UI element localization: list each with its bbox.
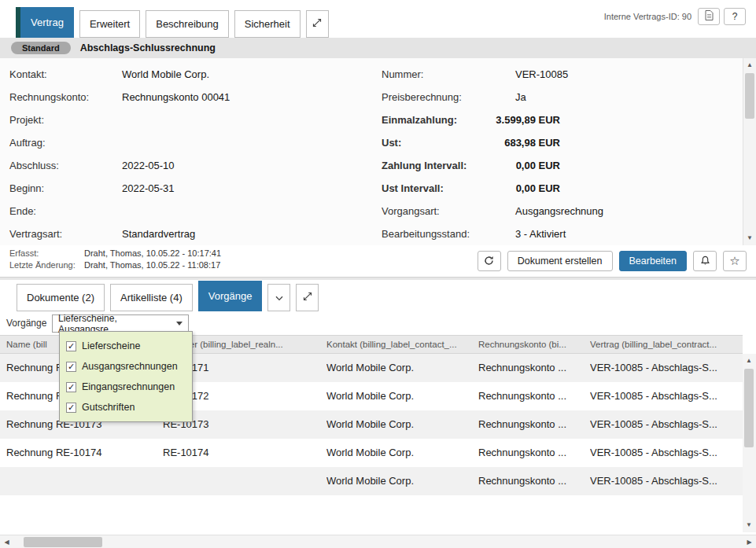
field-value: 3.599,89 EUR bbox=[496, 114, 560, 126]
field-label: Auftrag: bbox=[9, 137, 46, 149]
notification-bell-button[interactable] bbox=[693, 251, 717, 271]
dropdown-option-gutschriften[interactable]: ✓ Gutschriften bbox=[60, 397, 192, 417]
tab-erweitert[interactable]: Erweitert bbox=[79, 10, 140, 38]
cell-vertrag-link[interactable]: VER-10085 - Abschlags-S... bbox=[590, 382, 739, 410]
tab-artikelliste[interactable]: Artikelliste (4) bbox=[110, 284, 193, 311]
field-ende: Ende: bbox=[9, 201, 356, 224]
column-header-rechnungskonto[interactable]: Rechnungskonto (bi... bbox=[478, 336, 585, 353]
field-value: 0,00 EUR bbox=[516, 182, 560, 194]
tab-beschreibung[interactable]: Beschreibung bbox=[146, 10, 229, 38]
modified-row: Letzte Änderung:Draht, Thomas, 10.05.22 … bbox=[9, 260, 221, 272]
cell-kontakt-link[interactable]: World Mobile Corp. bbox=[326, 410, 472, 439]
record-actions: Dokument erstellen Bearbeiten ☆ bbox=[478, 251, 747, 271]
rechnungskonto-link[interactable]: Rechnungskonto 00041 bbox=[122, 91, 230, 103]
document-icon bbox=[705, 10, 714, 23]
dropdown-option-ausgangsrechnungen[interactable]: ✓ Ausgangsrechnungen bbox=[60, 356, 192, 377]
scroll-down-arrow[interactable]: ▼ bbox=[743, 232, 756, 245]
cell-vertrag-link[interactable]: VER-10085 - Abschlags-S... bbox=[590, 410, 739, 439]
field-label: Beginn: bbox=[9, 182, 44, 194]
field-kontakt: Kontakt: World Mobile Corp. bbox=[9, 64, 356, 87]
field-value: Ja bbox=[515, 91, 526, 103]
table-row[interactable]: World Mobile Corp. Rechnungskonto ... VE… bbox=[0, 467, 743, 495]
chevron-down-icon bbox=[275, 285, 283, 311]
scroll-up-arrow[interactable]: ▲ bbox=[743, 59, 756, 72]
field-value: 3 - Aktiviert bbox=[515, 228, 566, 240]
vorgaenge-type-select[interactable]: Lieferscheine, Ausgangsre... bbox=[52, 314, 189, 333]
tab-sicherheit[interactable]: Sicherheit bbox=[234, 10, 301, 38]
help-button[interactable]: ? bbox=[724, 8, 746, 25]
scroll-left-arrow[interactable]: ◀ bbox=[0, 535, 13, 548]
field-label: Einmalzahlung: bbox=[382, 114, 457, 126]
cell-vertrag-link[interactable]: VER-10085 - Abschlags-S... bbox=[590, 439, 739, 467]
create-document-button[interactable]: Dokument erstellen bbox=[507, 251, 613, 271]
more-tabs-button[interactable] bbox=[267, 284, 290, 311]
cell-vertrag-link[interactable]: VER-10085 - Abschlags-S... bbox=[590, 467, 739, 495]
dropdown-option-eingangsrechnungen[interactable]: ✓ Eingangsrechnungen bbox=[60, 377, 192, 397]
header-tabbar: Vertrag Erweitert Beschreibung Sicherhei… bbox=[0, 0, 756, 38]
cell-rechnungskonto-link[interactable]: Rechnungskonto ... bbox=[478, 467, 585, 495]
field-value: 2022-05-31 bbox=[122, 182, 175, 194]
field-ust-intervall: Ust Intervall: 0,00 EUR bbox=[382, 178, 739, 201]
internal-contract-id-label: Interne Vertrags-ID: 90 bbox=[604, 12, 691, 21]
edit-button[interactable]: Bearbeiten bbox=[619, 251, 687, 271]
form-scrollbar[interactable]: ▲ ▼ bbox=[743, 58, 756, 245]
checkbox-checked-icon[interactable]: ✓ bbox=[66, 362, 76, 372]
horizontal-scrollbar[interactable]: ◀ ▶ bbox=[0, 535, 756, 548]
column-header-vertrag[interactable]: Vertrag (billing_label_contract... bbox=[590, 336, 739, 353]
filter-dropdown-menu: ✓ Lieferscheine ✓ Ausgangsrechnungen ✓ E… bbox=[59, 331, 193, 422]
favorite-star-button[interactable]: ☆ bbox=[723, 251, 747, 271]
column-header-kontakt[interactable]: Kontakt (billing_label_contact_... bbox=[326, 336, 472, 353]
scrollbar-thumb[interactable] bbox=[24, 537, 102, 547]
field-value: Ausgangsrechnung bbox=[515, 205, 603, 217]
checkbox-checked-icon[interactable]: ✓ bbox=[66, 341, 76, 351]
expand-tab-button[interactable] bbox=[306, 10, 329, 38]
cell-kontakt-link[interactable]: World Mobile Corp. bbox=[326, 354, 472, 382]
field-einmalzahlung: Einmalzahlung: 3.599,89 EUR bbox=[382, 110, 739, 133]
created-value: Draht, Thomas, 10.05.22 - 10:17:41 bbox=[84, 248, 221, 258]
scrollbar-thumb[interactable] bbox=[745, 73, 754, 119]
tab-vorgaenge[interactable]: Vorgänge bbox=[198, 281, 263, 311]
scroll-up-arrow[interactable]: ▲ bbox=[743, 355, 755, 367]
field-label: Rechnungskonto: bbox=[9, 91, 89, 103]
tab-vertrag[interactable]: Vertrag bbox=[20, 7, 74, 38]
dropdown-option-lieferscheine[interactable]: ✓ Lieferscheine bbox=[60, 336, 192, 356]
expand-icon bbox=[312, 11, 322, 37]
cell-rechnungskonto-link[interactable]: Rechnungskonto ... bbox=[478, 382, 585, 410]
refresh-button[interactable] bbox=[478, 251, 501, 271]
scroll-down-arrow[interactable]: ▼ bbox=[743, 519, 755, 531]
cell-rechnungskonto-link[interactable]: Rechnungskonto ... bbox=[478, 439, 585, 467]
cell-kontakt-link[interactable]: World Mobile Corp. bbox=[326, 439, 472, 467]
cell-rechnungskonto-link[interactable]: Rechnungskonto ... bbox=[478, 354, 585, 382]
field-label: Bearbeitungsstand: bbox=[382, 228, 470, 240]
checkbox-checked-icon[interactable]: ✓ bbox=[66, 403, 76, 413]
cell-rechnungskonto-link[interactable]: Rechnungskonto ... bbox=[478, 410, 585, 439]
option-label: Gutschriften bbox=[82, 402, 135, 413]
cell-kontakt-link[interactable]: World Mobile Corp. bbox=[326, 382, 472, 410]
field-label: Projekt: bbox=[9, 114, 44, 126]
document-icon-button[interactable] bbox=[698, 8, 720, 25]
field-value: VER-10085 bbox=[515, 68, 568, 80]
scrollbar-thumb[interactable] bbox=[744, 369, 754, 447]
kontakt-link[interactable]: World Mobile Corp. bbox=[122, 68, 209, 80]
field-projekt: Projekt: bbox=[9, 110, 356, 133]
expand-detail-tab-button[interactable] bbox=[296, 284, 319, 311]
scroll-right-arrow[interactable]: ▶ bbox=[743, 535, 756, 548]
field-label: Abschluss: bbox=[9, 160, 59, 171]
field-value: 683,98 EUR bbox=[504, 137, 560, 149]
tab-dokumente[interactable]: Dokumente (2) bbox=[17, 284, 105, 311]
form-column-left: Kontakt: World Mobile Corp. Rechnungskon… bbox=[9, 64, 356, 247]
cell-kontakt-link[interactable]: World Mobile Corp. bbox=[326, 467, 472, 495]
caret-down-icon bbox=[176, 322, 183, 325]
cell-nummer: RE-10174 bbox=[163, 439, 320, 467]
record-statusbar: Erfasst:Draht, Thomas, 10.05.22 - 10:17:… bbox=[0, 245, 756, 277]
checkbox-checked-icon[interactable]: ✓ bbox=[66, 382, 76, 392]
bell-icon bbox=[700, 255, 710, 268]
table-scrollbar[interactable]: ▲ ▼ bbox=[743, 354, 756, 532]
cell-vertrag-link[interactable]: VER-10085 - Abschlags-S... bbox=[590, 354, 739, 382]
audit-info: Erfasst:Draht, Thomas, 10.05.22 - 10:17:… bbox=[9, 248, 221, 272]
option-label: Eingangsrechnungen bbox=[82, 381, 175, 392]
refresh-icon bbox=[484, 255, 494, 268]
field-value: Standardvertrag bbox=[122, 228, 195, 240]
table-row[interactable]: Rechnung RE-10174 RE-10174 World Mobile … bbox=[0, 439, 743, 467]
detail-tabs: Dokumente (2) Artikelliste (4) Vorgänge bbox=[17, 281, 319, 311]
